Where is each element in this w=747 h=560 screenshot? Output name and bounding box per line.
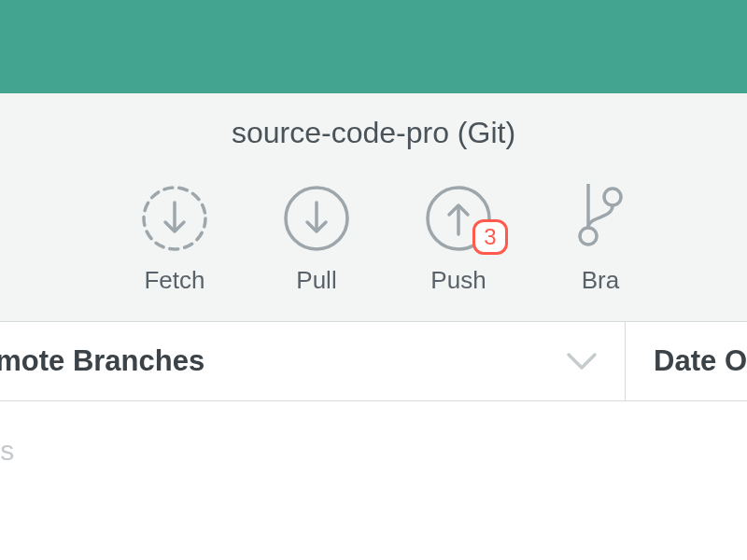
filter-row: emote Branches Date O <box>0 321 747 401</box>
fetch-label: Fetch <box>144 266 204 295</box>
pull-icon <box>282 184 351 253</box>
list-item[interactable]: aces <box>0 435 747 498</box>
date-column-header[interactable]: Date O <box>626 322 747 400</box>
svg-point-7 <box>604 189 621 205</box>
main-panel: source-code-pro (Git) Fetch <box>0 93 747 321</box>
svg-point-6 <box>580 228 597 245</box>
remote-branches-label: emote Branches <box>0 344 204 378</box>
branch-label: Bra <box>582 266 619 295</box>
top-banner <box>0 0 747 93</box>
fetch-button[interactable]: Fetch <box>140 184 209 295</box>
fetch-icon <box>140 184 209 253</box>
list-area: aces <box>0 401 747 560</box>
toolbar: Fetch Pull 3 Push <box>0 184 747 295</box>
remote-branches-dropdown[interactable]: emote Branches <box>0 322 626 400</box>
pull-label: Pull <box>296 266 336 295</box>
push-button[interactable]: 3 Push <box>424 184 493 295</box>
date-column-label: Date O <box>654 344 747 378</box>
push-label: Push <box>430 266 486 295</box>
branch-icon <box>566 184 635 253</box>
pull-button[interactable]: Pull <box>282 184 351 295</box>
push-badge: 3 <box>472 219 508 255</box>
branch-button[interactable]: Bra <box>566 184 635 295</box>
repo-title: source-code-pro (Git) <box>232 116 515 150</box>
chevron-down-icon <box>565 351 599 371</box>
push-icon: 3 <box>424 184 493 253</box>
title-bar: source-code-pro (Git) <box>0 116 747 150</box>
